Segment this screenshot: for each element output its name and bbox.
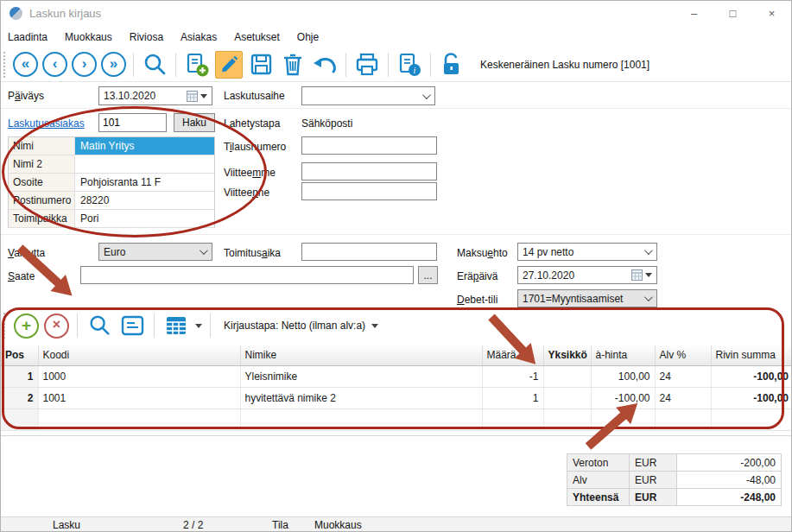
- delete-trash-icon[interactable]: [279, 51, 307, 79]
- viitteenne-label: Viitteenne: [224, 187, 269, 199]
- tilausnumero-input[interactable]: [301, 136, 437, 155]
- separator-line: [1, 234, 792, 235]
- saate-input[interactable]: [80, 266, 414, 284]
- invoice-status-text: Keskeneräinen Lasku numero [1001]: [480, 59, 649, 71]
- customer-row: ToimipaikkaPori: [9, 210, 214, 228]
- col-koodi[interactable]: Koodi: [38, 345, 240, 365]
- saate-more-button[interactable]: ...: [418, 266, 438, 284]
- combo-chevron-icon: [200, 246, 208, 255]
- menu-ohje[interactable]: Ohje: [288, 31, 327, 43]
- menubar: Laadinta Muokkaus Riviosa Asiakas Asetuk…: [1, 27, 791, 48]
- menu-asiakas[interactable]: Asiakas: [172, 31, 225, 43]
- viitteemme-input[interactable]: [301, 162, 437, 180]
- menu-muokkaus[interactable]: Muokkaus: [56, 31, 121, 43]
- col-yksikko[interactable]: Yksikkö: [543, 345, 591, 365]
- paivays-date-input[interactable]: 13.10.2020: [98, 86, 212, 105]
- erapaiva-label: Eräpäivä: [457, 270, 497, 282]
- separator-line: [1, 108, 792, 109]
- document-info-icon[interactable]: i: [396, 51, 423, 79]
- table-header-row: Pos Koodi Nimike Määrä Yksikkö à-hinta A…: [1, 345, 792, 365]
- minimize-button[interactable]: –: [675, 1, 713, 25]
- laskutusaihe-combo[interactable]: [301, 86, 435, 105]
- erapaiva-date-input[interactable]: 27.10.2020: [517, 266, 657, 284]
- previous-record-icon[interactable]: ‹: [42, 52, 67, 77]
- menu-asetukset[interactable]: Asetukset: [225, 31, 288, 43]
- calendar-icon: [631, 269, 643, 281]
- search-icon[interactable]: [141, 51, 168, 79]
- delete-row-icon[interactable]: ×: [44, 314, 69, 339]
- maksuehto-combo[interactable]: 14 pv netto: [517, 243, 657, 261]
- invoice-line-row[interactable]: 1 1000 Yleisnimike -1 100,00 24 -100,00: [1, 365, 792, 387]
- col-alv[interactable]: Alv %: [655, 345, 711, 365]
- grid-view-dropdown-icon[interactable]: [195, 324, 202, 328]
- statusbar-page: 2 / 2: [183, 519, 203, 531]
- col-pos[interactable]: Pos: [1, 345, 38, 365]
- asiakas-numero-input[interactable]: [98, 113, 167, 132]
- items-grid-bottom-border: [1, 435, 792, 436]
- edit-pencil-icon[interactable]: [215, 51, 243, 79]
- toolbar-separator: [430, 53, 431, 77]
- dropdown-arrow-icon: [371, 324, 378, 328]
- kirjaustapa-dropdown[interactable]: Kirjaustapa: Netto (ilman alv:a): [224, 320, 378, 332]
- debet-tili-combo[interactable]: 1701=Myyntisaamiset: [517, 289, 657, 307]
- main-toolbar: « ‹ › » i: [1, 48, 791, 82]
- col-ahinta[interactable]: à-hinta: [591, 345, 655, 365]
- last-record-icon[interactable]: »: [101, 52, 126, 77]
- svg-text:i: i: [414, 66, 416, 75]
- row-search-icon[interactable]: [86, 312, 113, 339]
- toolbar-separator: [77, 314, 78, 338]
- menu-riviosa[interactable]: Riviosa: [121, 31, 172, 43]
- maksuehto-label: Maksuehto: [457, 247, 508, 259]
- col-maara[interactable]: Määrä: [482, 345, 543, 365]
- debet-tili-label: Debet-tili: [457, 294, 497, 306]
- tilausnumero-label: Tilausnumero: [224, 141, 286, 153]
- statusbar-tila-value: Muokkaus: [314, 519, 362, 531]
- haku-button[interactable]: Haku: [174, 113, 215, 132]
- toolbar-separator: [210, 314, 211, 338]
- dropdown-arrow-icon: [200, 94, 207, 98]
- statusbar-doc-type: Lasku: [53, 519, 80, 531]
- laskutusasiakas-link[interactable]: Laskutusasiakas: [8, 117, 85, 130]
- col-rivin-summa[interactable]: Rivin summa: [711, 345, 792, 365]
- valuutta-combo[interactable]: Euro: [98, 243, 212, 261]
- titlebar: Laskun kirjaus – □ ×: [1, 1, 791, 25]
- unlocked-icon[interactable]: [438, 51, 466, 79]
- toolbar-separator: [133, 53, 134, 77]
- toolbar-separator: [388, 53, 389, 77]
- close-button[interactable]: ×: [752, 1, 791, 25]
- saate-label: Saate: [8, 270, 35, 282]
- new-document-icon[interactable]: [183, 51, 211, 79]
- toimitusaika-input[interactable]: [301, 243, 437, 261]
- col-nimike[interactable]: Nimike: [240, 345, 482, 365]
- lahetystapa-label: Lahetystapa: [224, 117, 280, 130]
- invoice-form: Päiväys 13.10.2020 Laskutusaihe Laskutus…: [1, 83, 792, 307]
- grid-view-icon[interactable]: [162, 312, 190, 339]
- customer-row: OsoitePohjoisranta 11 F: [9, 174, 214, 192]
- laskutusaihe-label: Laskutusaihe: [224, 90, 285, 102]
- calendar-icon: [187, 91, 198, 102]
- invoice-line-row[interactable]: 2 1001 hyvitettävä nimike 2 1 -100,00 24…: [1, 387, 792, 408]
- total-row-veroton: Veroton EUR -200,00: [567, 454, 781, 472]
- maximize-button[interactable]: □: [713, 1, 752, 25]
- first-record-icon[interactable]: «: [13, 52, 38, 77]
- row-details-icon[interactable]: [118, 312, 146, 339]
- viitteenne-input[interactable]: [301, 182, 437, 200]
- save-icon[interactable]: [247, 51, 275, 79]
- total-row-yhteensa: Yhteensä EUR -248,00: [567, 489, 781, 506]
- undo-icon[interactable]: [311, 51, 339, 79]
- print-icon[interactable]: [353, 51, 381, 79]
- app-logo-icon: [10, 7, 22, 20]
- next-record-icon[interactable]: ›: [72, 52, 97, 77]
- statusbar-tila-label: Tila: [272, 519, 288, 531]
- customer-row: NimiMatin Yritys: [9, 137, 214, 155]
- toolbar-separator: [345, 53, 346, 77]
- invoice-line-row-empty[interactable]: [1, 408, 792, 430]
- totals-table: Veroton EUR -200,00 Alv EUR -48,00 Yhtee…: [567, 453, 782, 506]
- customer-info-table: NimiMatin Yritys Nimi 2 OsoitePohjoisran…: [8, 136, 215, 228]
- customer-name-value[interactable]: Matin Yritys: [75, 137, 214, 155]
- lahetystapa-value: Sähköposti: [301, 117, 352, 130]
- menu-laadinta[interactable]: Laadinta: [1, 31, 56, 43]
- total-row-alv: Alv EUR -48,00: [567, 472, 781, 489]
- toolbar-grip: [3, 313, 7, 339]
- add-row-icon[interactable]: +: [14, 314, 39, 339]
